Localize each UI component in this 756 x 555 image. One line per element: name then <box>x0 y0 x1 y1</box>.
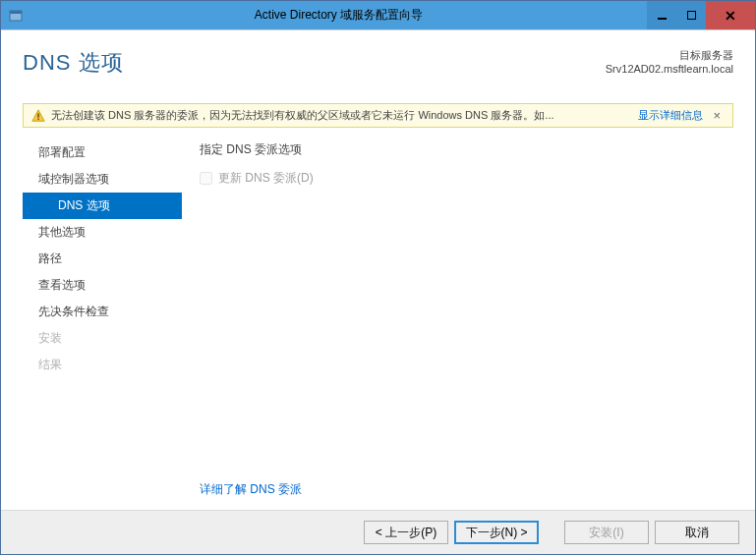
nav-results: 结果 <box>23 352 182 378</box>
minimize-button[interactable] <box>647 1 676 29</box>
nav-dc-options[interactable]: 域控制器选项 <box>23 166 182 193</box>
window-controls: ✕ <box>647 1 755 29</box>
nav-other-options[interactable]: 其他选项 <box>23 219 182 246</box>
update-dns-delegation-row: 更新 DNS 委派(D) <box>200 170 733 187</box>
warning-details-link[interactable]: 显示详细信息 <box>638 108 703 123</box>
wizard-body: DNS 选项 目标服务器 Srv12AD02.msftlearn.local 无… <box>1 30 755 510</box>
target-server-info: 目标服务器 Srv12AD02.msftlearn.local <box>606 48 733 75</box>
target-label: 目标服务器 <box>606 48 733 63</box>
close-button[interactable]: ✕ <box>706 1 755 29</box>
titlebar: Active Directory 域服务配置向导 ✕ <box>1 1 755 30</box>
nav-dns-options[interactable]: DNS 选项 <box>23 193 182 219</box>
wizard-window: Active Directory 域服务配置向导 ✕ DNS 选项 目标服务器 … <box>0 0 756 555</box>
cancel-button[interactable]: 取消 <box>655 521 739 544</box>
nav-install: 安装 <box>23 325 182 352</box>
wizard-nav: 部署配置 域控制器选项 DNS 选项 其他选项 路径 查看选项 先决条件检查 安… <box>23 138 182 510</box>
update-dns-delegation-label: 更新 DNS 委派(D) <box>218 170 314 187</box>
warning-text: 无法创建该 DNS 服务器的委派，因为无法找到有权威的父区域或者它未运行 Win… <box>51 108 632 123</box>
svg-rect-4 <box>37 118 38 119</box>
page-title: DNS 选项 <box>23 48 124 78</box>
install-button[interactable]: 安装(I) <box>564 521 649 544</box>
wizard-footer: < 上一步(P) 下一步(N) > 安装(I) 取消 <box>1 510 755 554</box>
nav-review[interactable]: 查看选项 <box>23 272 182 299</box>
maximize-button[interactable] <box>676 1 706 29</box>
svg-rect-1 <box>10 11 22 14</box>
wizard-header: DNS 选项 目标服务器 Srv12AD02.msftlearn.local <box>23 48 733 78</box>
warning-close-button[interactable]: × <box>709 108 725 123</box>
target-server: Srv12AD02.msftlearn.local <box>606 63 733 75</box>
wizard-main: 部署配置 域控制器选项 DNS 选项 其他选项 路径 查看选项 先决条件检查 安… <box>23 138 733 510</box>
nav-prereq[interactable]: 先决条件检查 <box>23 299 182 325</box>
update-dns-delegation-checkbox <box>200 172 212 185</box>
next-button[interactable]: 下一步(N) > <box>454 521 539 544</box>
nav-paths[interactable]: 路径 <box>23 246 182 272</box>
window-title: Active Directory 域服务配置向导 <box>30 1 647 29</box>
warning-bar: 无法创建该 DNS 服务器的委派，因为无法找到有权威的父区域或者它未运行 Win… <box>23 103 733 128</box>
svg-rect-3 <box>37 113 38 117</box>
nav-deploy-config[interactable]: 部署配置 <box>23 139 182 166</box>
prev-button[interactable]: < 上一步(P) <box>364 521 448 544</box>
warning-icon <box>31 109 45 123</box>
wizard-content: 指定 DNS 委派选项 更新 DNS 委派(D) 详细了解 DNS 委派 <box>182 138 733 510</box>
section-title: 指定 DNS 委派选项 <box>200 141 733 158</box>
app-icon <box>1 1 30 29</box>
learn-more-link[interactable]: 详细了解 DNS 委派 <box>200 481 733 498</box>
